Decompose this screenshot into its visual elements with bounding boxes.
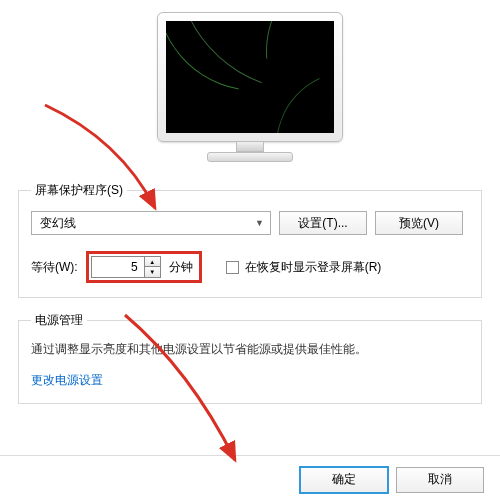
screensaver-preview-screen <box>166 21 334 133</box>
highlight-box: ▲ ▼ 分钟 <box>86 251 202 283</box>
resume-checkbox-label: 在恢复时显示登录屏幕(R) <box>245 259 382 276</box>
screensaver-select[interactable]: 变幻线 ▼ <box>31 211 271 235</box>
power-description: 通过调整显示亮度和其他电源设置以节省能源或提供最佳性能。 <box>31 341 469 358</box>
settings-button[interactable]: 设置(T)... <box>279 211 367 235</box>
preview-button[interactable]: 预览(V) <box>375 211 463 235</box>
spinner-up-button[interactable]: ▲ <box>145 257 160 267</box>
screensaver-settings-panel: 屏幕保护程序(S) 变幻线 ▼ 设置(T)... 预览(V) 等待(W): ▲ … <box>0 0 500 503</box>
wait-spinner[interactable]: ▲ ▼ <box>91 256 161 278</box>
power-fieldset: 电源管理 通过调整显示亮度和其他电源设置以节省能源或提供最佳性能。 更改电源设置 <box>18 312 482 404</box>
wait-input[interactable] <box>92 257 144 277</box>
resume-checkbox[interactable] <box>226 261 239 274</box>
screensaver-select-value: 变幻线 <box>40 215 76 232</box>
dialog-button-bar: 确定 取消 <box>0 455 500 503</box>
power-legend: 电源管理 <box>31 312 87 329</box>
wait-label: 等待(W): <box>31 259 78 276</box>
screensaver-preview-monitor <box>18 4 482 182</box>
screensaver-legend: 屏幕保护程序(S) <box>31 182 127 199</box>
chevron-down-icon: ▼ <box>255 218 264 228</box>
cancel-button[interactable]: 取消 <box>396 467 484 493</box>
change-power-settings-link[interactable]: 更改电源设置 <box>31 373 103 387</box>
wait-unit: 分钟 <box>169 259 193 276</box>
spinner-down-button[interactable]: ▼ <box>145 267 160 277</box>
screensaver-fieldset: 屏幕保护程序(S) 变幻线 ▼ 设置(T)... 预览(V) 等待(W): ▲ … <box>18 182 482 298</box>
ok-button[interactable]: 确定 <box>300 467 388 493</box>
